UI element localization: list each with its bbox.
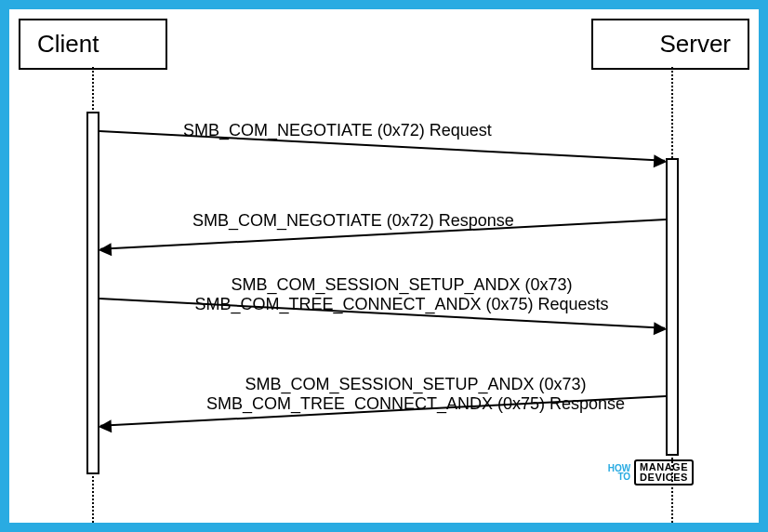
message-label: SMB_COM_NEGOTIATE (0x72) Response: [192, 211, 514, 231]
watermark-devices: DEVICES: [640, 472, 688, 483]
arrowhead-right-icon: [654, 322, 668, 336]
message-label-line2: SMB_COM_TREE_CONNECT_ANDX (0x75) Respons…: [174, 394, 657, 414]
actor-client-label: Client: [37, 30, 99, 58]
sequence-diagram: Client Server SMB_COM_NEGOTIATE (0x72) R…: [9, 9, 759, 523]
arrowhead-left-icon: [99, 243, 113, 257]
actor-client: Client: [19, 19, 167, 70]
arrowhead-right-icon: [654, 154, 668, 168]
arrowhead-left-icon: [99, 419, 113, 433]
watermark-left: HOW TO: [608, 464, 630, 481]
message-label-line1: SMB_COM_SESSION_SETUP_ANDX (0x73): [174, 375, 657, 394]
message-label-line1: SMB_COM_SESSION_SETUP_ANDX (0x73): [160, 275, 643, 295]
watermark-to: TO: [608, 472, 630, 481]
diagram-frame: Client Server SMB_COM_NEGOTIATE (0x72) R…: [0, 0, 768, 532]
activation-server: [666, 158, 679, 456]
actor-server-label: Server: [659, 30, 731, 58]
watermark-right: MANAGE DEVICES: [634, 459, 694, 485]
watermark-logo: HOW TO MANAGE DEVICES: [608, 459, 694, 485]
message-label: SMB_COM_NEGOTIATE (0x72) Request: [183, 121, 492, 140]
message-label-line2: SMB_COM_TREE_CONNECT_ANDX (0x75) Request…: [160, 295, 643, 314]
actor-server: Server: [591, 19, 749, 70]
